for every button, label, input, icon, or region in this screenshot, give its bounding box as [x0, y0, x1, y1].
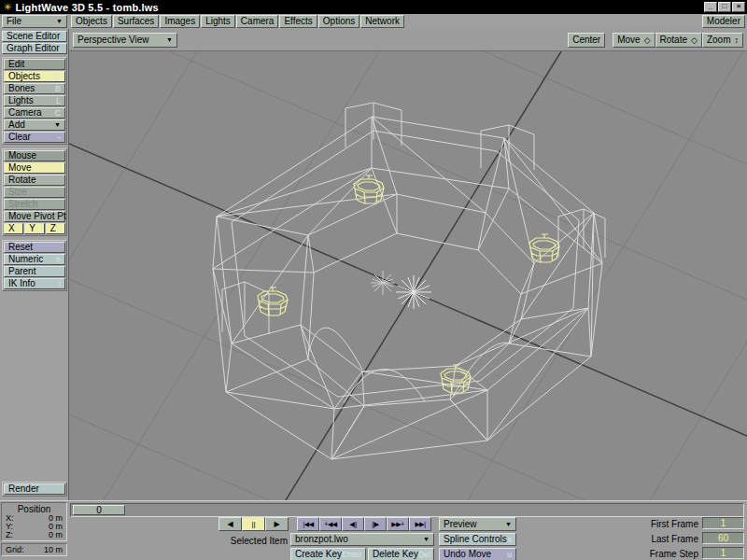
axis-z-toggle[interactable]: Z	[46, 223, 65, 234]
menu-surfaces[interactable]: Surfaces	[113, 15, 159, 28]
chevron-down-icon: ▼	[50, 120, 61, 130]
selected-pot-objects[interactable]	[258, 175, 559, 393]
z-value: 0 m	[49, 531, 63, 539]
position-panel: Position X:0 m Y:0 m Z:0 m	[1, 502, 67, 541]
step-back-button[interactable]: ◀||	[342, 517, 364, 531]
axis-y-toggle[interactable]: Y	[24, 223, 44, 234]
edit-camera-button[interactable]: Camera C	[4, 107, 65, 119]
selected-item-label: Selected Item	[213, 536, 288, 546]
edit-objects-button[interactable]: Objects O	[4, 71, 65, 82]
grid-size-display: Grid: 10 m	[1, 543, 67, 556]
play-reverse-button[interactable]: ◀	[218, 517, 242, 531]
stretch-tool-button: Stretch	[4, 199, 65, 210]
delete-key-button[interactable]: Delete Key Del	[368, 548, 434, 560]
step-forward-button[interactable]: ||▶	[364, 517, 387, 531]
chevron-down-icon: ▼	[419, 535, 430, 544]
grid-value: 10 m	[44, 545, 63, 554]
render-button[interactable]: Render	[4, 483, 65, 495]
go-first-frame-button[interactable]: |◀◀	[297, 517, 319, 531]
rotate-tool-button[interactable]: Rotate	[4, 175, 65, 186]
menu-camera[interactable]: Camera	[236, 15, 279, 28]
pause-button[interactable]: ||	[242, 517, 265, 531]
origin-marker-icon	[396, 275, 431, 309]
titlebar: ✳ LightWave 3D 5.5 - tomb.lws _ □ ×	[0, 0, 747, 14]
axis-lines	[69, 51, 747, 500]
chevron-down-icon: ▼	[52, 17, 63, 26]
frame-step-field[interactable]: 1	[702, 547, 744, 559]
edit-group: Edit Objects O Bones B Lights L Camera C…	[2, 57, 67, 145]
parent-button[interactable]: Parent	[4, 266, 65, 277]
render-group: Render	[2, 482, 67, 497]
scene-render	[69, 51, 747, 500]
edit-bones-button[interactable]: Bones B	[4, 83, 65, 94]
undo-move-button[interactable]: Undo Move u	[439, 548, 516, 560]
spline-controls-button[interactable]: Spline Controls s	[439, 533, 516, 546]
view-move-button[interactable]: Move ◇	[613, 33, 655, 48]
viewport-canvas[interactable]	[69, 51, 747, 500]
menubar: File ▼ Objects Surfaces Images Lights Ca…	[0, 14, 747, 29]
ik-info-button[interactable]: IK Info i	[4, 278, 65, 289]
prev-keyframe-button[interactable]: +◀◀	[319, 517, 342, 531]
chevron-down-icon: ▼	[501, 520, 512, 529]
graph-editor-button[interactable]: Graph Editor	[2, 43, 67, 54]
minimize-button[interactable]: _	[704, 2, 717, 12]
go-last-frame-button[interactable]: ▶▶|	[409, 517, 431, 531]
chevron-down-icon: ▼	[162, 35, 173, 45]
selected-item-dropdown[interactable]: bronzpot.lwo ▼	[290, 533, 434, 546]
menu-options[interactable]: Options	[318, 15, 359, 28]
modeler-button[interactable]: Modeler	[702, 15, 745, 28]
menu-effects[interactable]: Effects	[279, 15, 317, 28]
frame-slider-track[interactable]: 0	[70, 503, 744, 517]
maximize-button[interactable]: □	[718, 2, 731, 12]
axis-x-toggle[interactable]: X	[4, 223, 23, 234]
mouse-header: Mouse	[4, 150, 65, 161]
mouse-group: Mouse Move Rotate Size Stretch Move Pivo…	[2, 148, 67, 236]
size-tool-button: Size	[4, 187, 65, 198]
clear-button[interactable]: Clear -	[4, 132, 65, 143]
menu-images[interactable]: Images	[160, 15, 200, 28]
first-frame-field[interactable]: 1	[702, 517, 744, 529]
view-rotate-button[interactable]: Rotate ◇	[655, 33, 702, 48]
tools-group: Reset Numeric n Parent IK Info i	[2, 240, 67, 291]
play-forward-button[interactable]: ▶	[265, 517, 289, 531]
rotate-handle-icon: ◇	[691, 35, 698, 45]
light-marker-icon	[371, 271, 395, 295]
viewport-toolbar: Perspective View ▼ Center Move ◇ Rotate …	[69, 29, 747, 51]
move-handle-icon: ◇	[644, 35, 651, 45]
grid-label: Grid:	[6, 545, 24, 554]
frame-slider-handle[interactable]: 0	[73, 505, 125, 515]
create-key-button[interactable]: Create Key Enter	[290, 548, 366, 560]
last-frame-field[interactable]: 60	[702, 532, 744, 544]
numeric-button[interactable]: Numeric n	[4, 254, 65, 265]
edit-lights-button[interactable]: Lights L	[4, 95, 65, 106]
next-keyframe-button[interactable]: ▶▶+	[387, 517, 409, 531]
z-label: Z:	[6, 531, 13, 539]
file-menu-button[interactable]: File ▼	[2, 15, 67, 28]
seek-controls: |◀◀ +◀◀ ◀|| ||▶ ▶▶+ ▶▶|	[297, 517, 431, 531]
center-view-button[interactable]: Center	[568, 33, 605, 48]
menu-network[interactable]: Network	[360, 15, 404, 28]
viewport: Perspective View ▼ Center Move ◇ Rotate …	[69, 29, 747, 500]
left-toolbar: Scene Editor Graph Editor Edit Objects O…	[0, 29, 69, 500]
menu-objects[interactable]: Objects	[71, 15, 112, 28]
move-tool-button[interactable]: Move	[4, 162, 65, 174]
menu-lights[interactable]: Lights	[201, 15, 235, 28]
preview-dropdown[interactable]: Preview ▼	[439, 517, 516, 531]
first-frame-label: First Frame	[637, 519, 698, 529]
last-frame-label: Last Frame	[637, 534, 698, 544]
bottom-panel: Position X:0 m Y:0 m Z:0 m Grid: 10 m 0 …	[0, 500, 747, 560]
zoom-handle-icon: ↕	[735, 35, 740, 45]
frame-step-label: Frame Step	[637, 549, 698, 559]
close-button[interactable]: ×	[732, 2, 745, 12]
scene-editor-button[interactable]: Scene Editor	[2, 31, 67, 42]
play-controls: ◀ || ▶	[218, 517, 289, 531]
window-title: LightWave 3D 5.5 - tomb.lws	[15, 2, 159, 13]
view-zoom-button[interactable]: Zoom ↕	[702, 33, 743, 48]
edit-header: Edit	[4, 59, 65, 70]
move-pivot-button[interactable]: Move Pivot Pt	[4, 211, 65, 222]
view-selector[interactable]: Perspective View ▼	[73, 33, 177, 48]
grid-lines	[69, 51, 747, 500]
add-menu-button[interactable]: Add ▼	[4, 119, 65, 131]
lightwave-logo-icon: ✳	[4, 2, 11, 12]
reset-button[interactable]: Reset	[4, 242, 65, 253]
